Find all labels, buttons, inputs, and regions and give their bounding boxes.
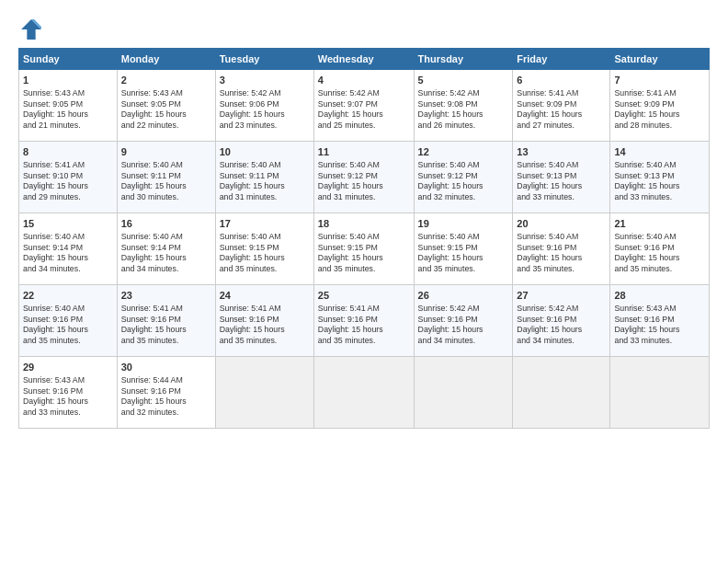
table-row: 26Sunrise: 5:42 AM Sunset: 9:16 PM Dayli… [414,285,513,357]
day-detail: Sunrise: 5:40 AM Sunset: 9:13 PM Dayligh… [614,160,705,203]
day-detail: Sunrise: 5:43 AM Sunset: 9:05 PM Dayligh… [23,88,113,132]
table-row: 19Sunrise: 5:40 AM Sunset: 9:15 PM Dayli… [414,213,513,285]
table-row: 24Sunrise: 5:41 AM Sunset: 9:16 PM Dayli… [215,285,313,357]
day-number: 23 [121,289,211,303]
day-detail: Sunrise: 5:40 AM Sunset: 9:13 PM Dayligh… [517,160,606,203]
table-row: 9Sunrise: 5:40 AM Sunset: 9:11 PM Daylig… [117,142,215,213]
day-detail: Sunrise: 5:40 AM Sunset: 9:15 PM Dayligh… [220,232,310,275]
day-detail: Sunrise: 5:40 AM Sunset: 9:12 PM Dayligh… [318,160,410,203]
day-number: 15 [23,217,113,231]
day-number: 21 [614,217,705,231]
day-detail: Sunrise: 5:41 AM Sunset: 9:09 PM Dayligh… [517,88,606,132]
table-row: 8Sunrise: 5:41 AM Sunset: 9:10 PM Daylig… [19,142,118,213]
generalblue-logo-icon [18,17,44,42]
day-detail: Sunrise: 5:43 AM Sunset: 9:16 PM Dayligh… [614,304,705,347]
table-row: 14Sunrise: 5:40 AM Sunset: 9:13 PM Dayli… [610,142,710,213]
table-row: 3Sunrise: 5:42 AM Sunset: 9:06 PM Daylig… [215,70,313,142]
day-number: 1 [23,74,113,87]
day-number: 18 [318,217,410,231]
day-detail: Sunrise: 5:44 AM Sunset: 9:16 PM Dayligh… [121,375,211,419]
col-header-tuesday: Tuesday [215,49,313,70]
table-row: 30Sunrise: 5:44 AM Sunset: 9:16 PM Dayli… [117,357,215,429]
day-number: 28 [614,289,705,303]
table-row: 28Sunrise: 5:43 AM Sunset: 9:16 PM Dayli… [610,285,710,357]
day-number: 12 [418,145,509,159]
table-row [414,357,513,429]
table-row [513,357,610,429]
day-detail: Sunrise: 5:40 AM Sunset: 9:16 PM Dayligh… [23,304,113,347]
day-detail: Sunrise: 5:41 AM Sunset: 9:16 PM Dayligh… [318,304,410,347]
day-detail: Sunrise: 5:40 AM Sunset: 9:11 PM Dayligh… [121,160,211,203]
col-header-sunday: Sunday [19,49,118,70]
table-row: 20Sunrise: 5:40 AM Sunset: 9:16 PM Dayli… [513,213,610,285]
day-detail: Sunrise: 5:40 AM Sunset: 9:14 PM Dayligh… [23,232,113,275]
table-row [313,357,414,429]
col-header-wednesday: Wednesday [313,49,414,70]
day-number: 20 [517,217,606,231]
table-row [610,357,710,429]
table-row: 6Sunrise: 5:41 AM Sunset: 9:09 PM Daylig… [513,70,610,142]
table-row: 7Sunrise: 5:41 AM Sunset: 9:09 PM Daylig… [610,70,710,142]
day-detail: Sunrise: 5:43 AM Sunset: 9:05 PM Dayligh… [121,88,211,132]
calendar-week-row: 8Sunrise: 5:41 AM Sunset: 9:10 PM Daylig… [19,142,710,213]
day-detail: Sunrise: 5:40 AM Sunset: 9:15 PM Dayligh… [318,232,410,275]
day-number: 11 [318,145,410,159]
day-detail: Sunrise: 5:40 AM Sunset: 9:15 PM Dayligh… [418,232,509,275]
col-header-friday: Friday [513,49,610,70]
col-header-thursday: Thursday [414,49,513,70]
day-number: 3 [220,74,310,87]
table-row: 12Sunrise: 5:40 AM Sunset: 9:12 PM Dayli… [414,142,513,213]
table-row: 22Sunrise: 5:40 AM Sunset: 9:16 PM Dayli… [19,285,118,357]
day-detail: Sunrise: 5:42 AM Sunset: 9:06 PM Dayligh… [220,88,310,132]
day-detail: Sunrise: 5:42 AM Sunset: 9:16 PM Dayligh… [418,304,509,347]
day-detail: Sunrise: 5:42 AM Sunset: 9:07 PM Dayligh… [318,88,410,132]
day-number: 24 [220,289,310,303]
day-number: 4 [318,74,410,87]
table-row: 21Sunrise: 5:40 AM Sunset: 9:16 PM Dayli… [610,213,710,285]
table-row: 2Sunrise: 5:43 AM Sunset: 9:05 PM Daylig… [117,70,215,142]
table-row: 16Sunrise: 5:40 AM Sunset: 9:14 PM Dayli… [117,213,215,285]
day-number: 16 [121,217,211,231]
calendar-week-row: 1Sunrise: 5:43 AM Sunset: 9:05 PM Daylig… [19,70,710,142]
day-detail: Sunrise: 5:41 AM Sunset: 9:16 PM Dayligh… [121,304,211,347]
calendar-header-row: SundayMondayTuesdayWednesdayThursdayFrid… [19,49,710,70]
day-number: 29 [23,361,113,374]
day-number: 22 [23,289,113,303]
table-row: 17Sunrise: 5:40 AM Sunset: 9:15 PM Dayli… [215,213,313,285]
day-number: 6 [517,74,606,87]
table-row: 15Sunrise: 5:40 AM Sunset: 9:14 PM Dayli… [19,213,118,285]
calendar-table: SundayMondayTuesdayWednesdayThursdayFrid… [18,48,710,429]
day-number: 2 [121,74,211,87]
day-number: 25 [318,289,410,303]
table-row: 10Sunrise: 5:40 AM Sunset: 9:11 PM Dayli… [215,142,313,213]
table-row: 18Sunrise: 5:40 AM Sunset: 9:15 PM Dayli… [313,213,414,285]
table-row: 1Sunrise: 5:43 AM Sunset: 9:05 PM Daylig… [19,70,118,142]
col-header-monday: Monday [117,49,215,70]
day-number: 13 [517,145,606,159]
day-number: 14 [614,145,705,159]
table-row: 11Sunrise: 5:40 AM Sunset: 9:12 PM Dayli… [313,142,414,213]
table-row: 5Sunrise: 5:42 AM Sunset: 9:08 PM Daylig… [414,70,513,142]
calendar-week-row: 15Sunrise: 5:40 AM Sunset: 9:14 PM Dayli… [19,213,710,285]
day-number: 7 [614,74,705,87]
page: SundayMondayTuesdayWednesdayThursdayFrid… [0,0,728,563]
day-detail: Sunrise: 5:43 AM Sunset: 9:16 PM Dayligh… [23,375,113,419]
day-detail: Sunrise: 5:42 AM Sunset: 9:16 PM Dayligh… [517,304,606,347]
table-row: 29Sunrise: 5:43 AM Sunset: 9:16 PM Dayli… [19,357,118,429]
day-detail: Sunrise: 5:40 AM Sunset: 9:14 PM Dayligh… [121,232,211,275]
calendar-week-row: 29Sunrise: 5:43 AM Sunset: 9:16 PM Dayli… [19,357,710,429]
table-row: 13Sunrise: 5:40 AM Sunset: 9:13 PM Dayli… [513,142,610,213]
day-number: 17 [220,217,310,231]
header [18,17,710,42]
logo [18,17,48,42]
day-detail: Sunrise: 5:40 AM Sunset: 9:11 PM Dayligh… [220,160,310,203]
table-row: 27Sunrise: 5:42 AM Sunset: 9:16 PM Dayli… [513,285,610,357]
day-detail: Sunrise: 5:40 AM Sunset: 9:12 PM Dayligh… [418,160,509,203]
table-row: 23Sunrise: 5:41 AM Sunset: 9:16 PM Dayli… [117,285,215,357]
day-detail: Sunrise: 5:41 AM Sunset: 9:16 PM Dayligh… [220,304,310,347]
calendar-week-row: 22Sunrise: 5:40 AM Sunset: 9:16 PM Dayli… [19,285,710,357]
day-number: 26 [418,289,509,303]
day-detail: Sunrise: 5:41 AM Sunset: 9:10 PM Dayligh… [23,160,113,203]
day-number: 8 [23,145,113,159]
day-detail: Sunrise: 5:40 AM Sunset: 9:16 PM Dayligh… [614,232,705,275]
